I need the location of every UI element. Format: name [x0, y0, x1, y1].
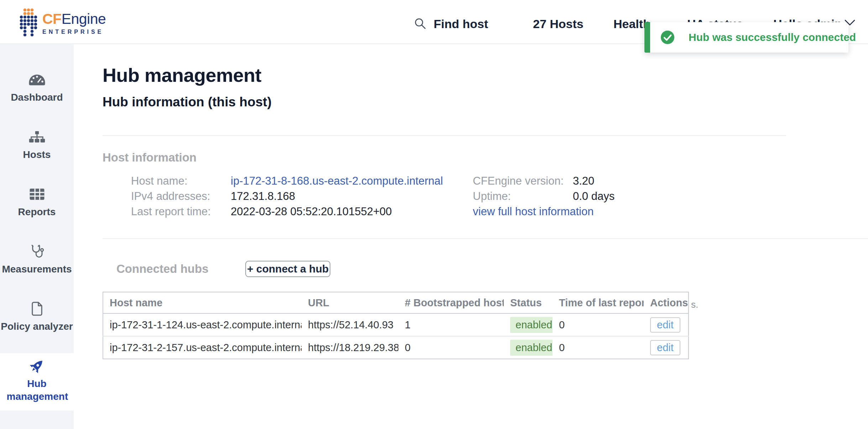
sidebar-item-policy-analyzer[interactable]: Policy analyzer — [0, 296, 74, 353]
page-subtitle: Hub information (this host) — [103, 95, 272, 110]
toast-message: Hub was successfully connected — [689, 31, 856, 43]
cell-last-report: 0 — [553, 313, 644, 336]
chevron-down-icon[interactable] — [845, 19, 855, 28]
col-actions: Actions — [644, 292, 689, 313]
host-information-heading: Host information — [103, 151, 197, 164]
status-badge: enabled — [510, 317, 553, 333]
sidebar-item-label: Hosts — [23, 148, 51, 161]
host-info-right-column: CFEngine version: 3.20 Uptime: 0.0 days … — [473, 173, 615, 219]
connected-hubs-table: Host name URL # Bootstrapped hosts Statu… — [103, 292, 689, 359]
col-host-name: Host name — [103, 292, 302, 313]
find-host-button[interactable]: Find host — [434, 17, 488, 31]
host-name-label: Host name: — [131, 173, 231, 189]
sidebar-item-dashboard[interactable]: Dashboard — [0, 67, 74, 124]
full-host-info-link[interactable]: view full host information — [473, 204, 594, 219]
connected-hubs-heading: Connected hubs — [116, 262, 209, 276]
sidebar-item-label: Measurements — [2, 263, 72, 276]
search-icon[interactable] — [414, 17, 426, 31]
status-badge: enabled — [510, 340, 553, 356]
ipv4-label: IPv4 addresses: — [131, 189, 231, 204]
stray-text: s. — [691, 299, 698, 310]
sidebar-item-label: Reports — [18, 206, 56, 218]
gauge-icon — [28, 72, 46, 88]
cfengine-logo[interactable]: CFEngine ENTERPRISE — [20, 8, 106, 38]
sidebar-item-hosts[interactable]: Hosts — [0, 124, 74, 181]
sidebar-item-label: Hub management — [7, 377, 67, 403]
document-icon — [31, 301, 43, 317]
version-label: CFEngine version: — [473, 173, 573, 189]
sidebar-item-label: Dashboard — [11, 91, 63, 104]
table-header-row: Host name URL # Bootstrapped hosts Statu… — [103, 292, 689, 313]
logo-cf: CF — [42, 11, 62, 27]
host-info-left-column: Host name: ip-172-31-8-168.us-east-2.com… — [131, 173, 443, 219]
version-value: 3.20 — [573, 173, 594, 189]
sitemap-icon — [28, 129, 46, 145]
rocket-icon — [29, 358, 45, 374]
host-name-link[interactable]: ip-172-31-8-168.us-east-2.compute.intern… — [231, 173, 443, 189]
cell-bootstrapped: 0 — [398, 336, 504, 359]
logo-wordmark: CFEngine ENTERPRISE — [42, 11, 106, 35]
success-toast[interactable]: Hub was successfully connected — [644, 22, 848, 53]
table-icon — [29, 186, 45, 202]
col-last-report: Time of last report — [553, 292, 644, 313]
col-bootstrapped: # Bootstrapped hosts — [398, 292, 504, 313]
cell-url: https://52.14.40.93 — [302, 313, 398, 336]
cell-last-report: 0 — [553, 336, 644, 359]
page-title: Hub management — [103, 64, 261, 86]
last-report-label: Last report time: — [131, 204, 231, 219]
edit-button[interactable]: edit — [650, 340, 680, 355]
uptime-label: Uptime: — [473, 189, 573, 204]
table-row: ip-172-31-1-124.us-east-2.compute.intern… — [103, 313, 689, 336]
main-content: Hub management Hub information (this hos… — [74, 44, 868, 429]
sidebar-item-reports[interactable]: Reports — [0, 181, 74, 239]
col-status: Status — [504, 292, 553, 313]
logo-engine: Engine — [62, 11, 106, 27]
cell-url: https://18.219.29.38 — [302, 336, 398, 359]
sidebar: Dashboard Hosts Reports — [0, 44, 74, 429]
sidebar-item-hub-management[interactable]: Hub management — [0, 353, 74, 411]
col-url: URL — [302, 292, 398, 313]
connect-hub-button[interactable]: + connect a hub — [245, 261, 330, 277]
logo-enterprise: ENTERPRISE — [42, 29, 106, 35]
divider — [103, 135, 786, 136]
edit-button[interactable]: edit — [650, 317, 680, 333]
check-circle-icon — [660, 30, 675, 44]
last-report-value: 2022-03-28 05:52:20.101552+00 — [231, 204, 392, 219]
stethoscope-icon — [29, 244, 45, 259]
table-row: ip-172-31-2-157.us-east-2.compute.intern… — [103, 336, 689, 359]
cell-bootstrapped: 1 — [398, 313, 504, 336]
hosts-count-link[interactable]: 27 Hosts — [533, 17, 584, 31]
ipv4-value: 172.31.8.168 — [231, 189, 295, 204]
uptime-value: 0.0 days — [573, 189, 615, 204]
sidebar-item-label: Policy analyzer — [1, 320, 73, 333]
cell-host-name: ip-172-31-1-124.us-east-2.compute.intern… — [103, 313, 302, 336]
divider — [103, 238, 868, 239]
cfengine-logo-mark-icon — [20, 8, 37, 38]
sidebar-item-measurements[interactable]: Measurements — [0, 239, 74, 296]
cell-host-name: ip-172-31-2-157.us-east-2.compute.intern… — [103, 336, 302, 359]
